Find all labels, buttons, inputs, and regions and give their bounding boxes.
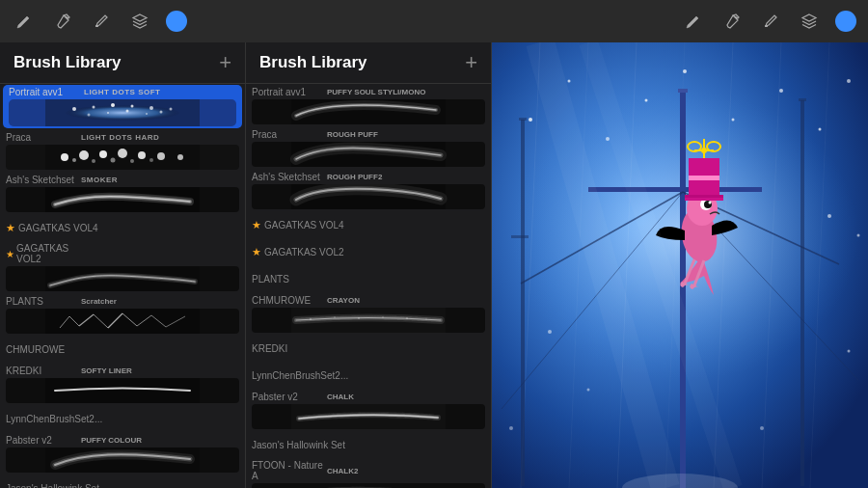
svg-point-154	[683, 69, 687, 73]
svg-point-21	[157, 152, 165, 160]
brush-item-right-4[interactable]: ★ GAGATKAS VOL4	[246, 211, 491, 238]
svg-point-23	[72, 158, 76, 162]
svg-point-152	[760, 426, 764, 430]
brush-item-left-2[interactable]: Praca LIGHT DOTS HARD	[0, 129, 245, 172]
brush-item-left-8[interactable]: KREDKI SOFTY LINER	[0, 363, 245, 405]
svg-point-11	[107, 112, 109, 114]
toolbar	[0, 0, 868, 42]
toolbar-right-group	[681, 9, 856, 34]
brush-panel-right-title: Brush Library	[259, 53, 366, 72]
svg-rect-134	[689, 176, 719, 180]
svg-point-143	[645, 99, 648, 102]
brush-item-right-8[interactable]: KREDKI	[246, 335, 491, 362]
brush-panel-right-add[interactable]: +	[465, 52, 477, 73]
brush-panel-right: Brush Library + Portrait avv1 PUFFY SOUL…	[246, 42, 492, 488]
svg-point-141	[568, 80, 571, 83]
brush-panel-right-header: Brush Library +	[246, 42, 491, 84]
svg-point-142	[606, 137, 610, 141]
marker-icon-right[interactable]	[758, 9, 783, 34]
brush-item-left-5[interactable]: ★ GAGATKAS VOL2	[0, 241, 245, 293]
brush-panel-left-add[interactable]: +	[219, 52, 231, 73]
svg-point-3	[65, 105, 180, 121]
svg-point-9	[170, 108, 173, 111]
brush-item-left-11[interactable]: Jason's Hallowink Set	[0, 474, 245, 488]
svg-point-149	[848, 350, 851, 353]
layers-icon-right[interactable]	[797, 9, 822, 34]
svg-rect-113	[519, 118, 527, 121]
svg-point-12	[126, 110, 129, 113]
svg-point-5	[93, 106, 95, 109]
svg-point-22	[177, 154, 183, 160]
svg-point-146	[847, 79, 851, 83]
svg-point-53	[358, 317, 360, 319]
artwork-svg	[492, 42, 868, 488]
svg-point-14	[160, 111, 163, 114]
svg-point-139	[701, 148, 707, 153]
brush-item-right-1[interactable]: Portrait avv1 PUFFY SOUL STYLI/MONO	[246, 84, 491, 126]
svg-point-4	[72, 107, 76, 111]
svg-rect-118	[678, 89, 688, 93]
svg-rect-133	[685, 195, 723, 198]
svg-point-150	[509, 426, 513, 430]
brush-item-right-6[interactable]: PLANTS	[246, 265, 491, 292]
svg-point-52	[334, 316, 336, 318]
brush-item-right-3[interactable]: Ash's Sketchset ROUGH PUFF2	[246, 169, 491, 211]
brush-item-right-11[interactable]: Jason's Hallowink Set	[246, 431, 491, 458]
svg-point-155	[857, 234, 860, 237]
active-dot-left[interactable]	[166, 11, 187, 32]
brush-item-left-10[interactable]: Pabster v2 PUFFY COLOUR	[0, 432, 245, 474]
brush-item-right-12[interactable]: FTOON - Nature A CHALK2	[246, 458, 491, 488]
layers-icon-left[interactable]	[127, 9, 152, 34]
svg-rect-112	[521, 120, 525, 486]
svg-point-8	[149, 106, 153, 110]
marker-icon-left[interactable]	[89, 9, 114, 34]
brush-item-right-9[interactable]: LynnChenBrushSet2...	[246, 362, 491, 389]
brush-panel-left-title: Brush Library	[14, 53, 121, 72]
brush-item-left-7[interactable]: CHMUROWE	[0, 336, 245, 363]
brush-panel-left: Brush Library + Portrait avv1 LIGHT DOTS…	[0, 42, 246, 488]
main-content: Brush Library + Portrait avv1 LIGHT DOTS…	[0, 42, 868, 488]
brush-item-right-2[interactable]: Praca ROUGH PUFF	[246, 126, 491, 169]
pen-icon-right[interactable]	[719, 9, 745, 34]
svg-rect-0	[95, 25, 98, 27]
artwork-panel	[492, 42, 868, 488]
svg-point-13	[146, 113, 148, 115]
svg-point-153	[732, 119, 735, 122]
brush-item-left-1[interactable]: Portrait avv1 LIGHT DOTS SOFT	[3, 85, 242, 128]
svg-point-6	[111, 103, 115, 107]
active-dot-right[interactable]	[835, 11, 856, 32]
svg-point-7	[131, 105, 134, 108]
svg-rect-116	[799, 98, 806, 101]
brush-item-left-4[interactable]: ★ GAGATKAS VOL4	[0, 214, 245, 241]
svg-point-140	[529, 118, 532, 122]
svg-point-56	[425, 318, 427, 320]
svg-rect-119	[588, 187, 762, 192]
svg-point-25	[111, 157, 116, 162]
svg-point-51	[310, 318, 312, 320]
svg-point-10	[88, 114, 91, 117]
svg-point-18	[99, 150, 107, 158]
brush-list-left[interactable]: Portrait avv1 LIGHT DOTS SOFT	[0, 84, 245, 488]
brush-item-left-6[interactable]: PLANTS Scratcher	[0, 293, 245, 336]
pencil-icon-right[interactable]	[681, 9, 706, 34]
svg-point-128	[709, 202, 712, 204]
svg-rect-114	[511, 235, 529, 238]
brush-item-right-5[interactable]: ★ GAGATKAS VOL2	[246, 238, 491, 265]
svg-point-19	[118, 149, 127, 158]
pen-icon-left[interactable]	[50, 9, 75, 34]
brush-item-left-9[interactable]: LynnChenBrushSet2...	[0, 405, 245, 432]
brush-item-right-10[interactable]: Pabster v2 CHALK	[246, 389, 491, 431]
svg-rect-117	[680, 91, 686, 488]
svg-rect-1	[765, 25, 768, 27]
svg-point-147	[548, 330, 552, 334]
svg-point-54	[382, 316, 384, 318]
brush-item-left-3[interactable]: Ash's Sketchset SMOKER	[0, 172, 245, 214]
svg-point-24	[92, 159, 95, 163]
brush-item-right-7[interactable]: CHMUROWE CRAYON	[246, 292, 491, 335]
artwork-background	[492, 42, 868, 488]
svg-point-55	[406, 317, 408, 319]
svg-rect-115	[800, 100, 804, 486]
brush-list-right[interactable]: Portrait avv1 PUFFY SOUL STYLI/MONO	[246, 84, 491, 488]
pencil-icon-left[interactable]	[12, 9, 37, 34]
svg-point-151	[587, 389, 590, 392]
